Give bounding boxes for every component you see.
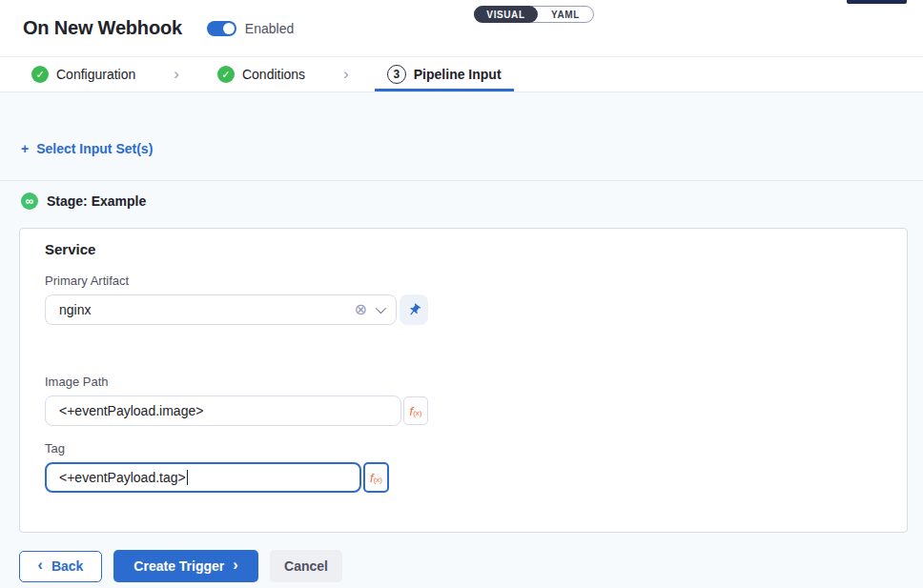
check-circle-icon: ✓ [31,66,49,83]
chevron-left-icon: ‹ [38,558,43,573]
back-button[interactable]: ‹ Back [19,551,102,582]
tag-input[interactable]: <+eventPayload.tag> [45,462,361,493]
select-input-sets-button[interactable]: + Select Input Set(s) [21,141,153,156]
tag-value: <+eventPayload.tag> [59,470,186,485]
text-caret [187,470,189,485]
primary-artifact-select[interactable]: nginx ⊗ [45,294,397,325]
tab-pipeline-input-label: Pipeline Input [414,67,502,82]
expression-fx-button[interactable]: f(x) [403,396,428,425]
pipeline-input-panel: + Select Input Set(s) ∞ Stage: Example S… [0,92,923,588]
stage-label: Stage: Example [47,193,146,209]
chevron-down-icon[interactable] [376,303,386,314]
view-mode-yaml[interactable]: YAML [538,10,593,20]
image-path-label: Image Path [45,375,882,389]
tab-conditions[interactable]: ✓ Conditions [217,57,305,91]
tab-conditions-label: Conditions [242,67,305,82]
tag-label: Tag [45,441,882,456]
view-mode-visual[interactable]: VISUAL [474,6,538,23]
enabled-toggle[interactable] [207,21,236,36]
primary-artifact-label: Primary Artifact [45,274,882,288]
chevron-right-icon: › [233,558,237,573]
tab-pipeline-input[interactable]: 3 Pipeline Input [387,57,502,91]
stage-header: ∞ Stage: Example [21,193,146,210]
wizard-tab-bar: ✓ Configuration › ✓ Conditions › 3 Pipel… [0,57,923,92]
create-trigger-button[interactable]: Create Trigger › [113,550,258,582]
tab-configuration-label: Configuration [56,67,135,82]
check-circle-icon: ✓ [217,66,235,83]
enabled-toggle-label: Enabled [245,21,294,36]
step-number-icon: 3 [387,65,406,84]
chevron-right-icon: › [174,65,179,84]
service-card-title: Service [45,241,882,257]
footer-actions: ‹ Back Create Trigger › Cancel [19,550,342,582]
create-trigger-label: Create Trigger [133,558,224,574]
back-button-label: Back [51,558,83,574]
page-title: On New Webhook [23,17,182,39]
image-path-input[interactable]: <+eventPayload.image> [45,395,401,426]
visual-yaml-switch: VISUAL YAML [474,6,594,23]
select-input-sets-label: Select Input Set(s) [36,141,153,156]
plus-icon: + [21,141,29,156]
primary-artifact-value: nginx [59,302,355,317]
page-header: On New Webhook Enabled VISUAL YAML [0,0,923,57]
expression-fx-button[interactable]: f(x) [363,462,389,493]
pushpin-icon [403,299,423,319]
pin-artifact-button[interactable] [400,294,428,325]
image-path-value: <+eventPayload.image> [59,403,203,418]
deploy-stage-icon: ∞ [21,193,38,210]
cutoff-button-edge [847,0,907,4]
clear-selection-icon[interactable]: ⊗ [355,302,367,317]
cancel-button[interactable]: Cancel [270,550,342,582]
cancel-button-label: Cancel [284,558,328,574]
service-card: Service Primary Artifact nginx ⊗ Image P… [19,228,908,533]
chevron-right-icon: › [343,65,349,84]
toggle-knob-icon [223,23,235,34]
tab-configuration[interactable]: ✓ Configuration [31,57,135,91]
section-divider [0,180,923,181]
